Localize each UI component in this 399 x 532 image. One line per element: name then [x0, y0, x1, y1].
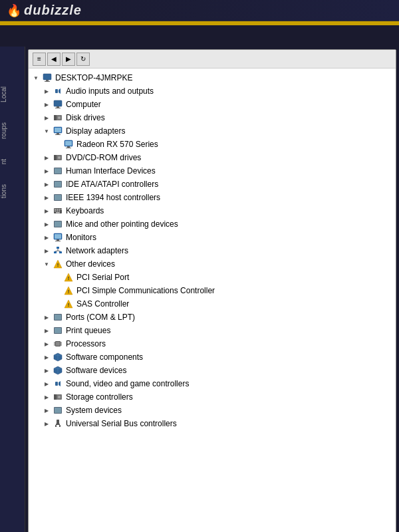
expand-btn-ide[interactable]: ▶ — [42, 180, 51, 189]
expand-btn-sysdev[interactable]: ▶ — [42, 406, 51, 415]
expand-btn-pci-simple — [53, 286, 62, 295]
expand-btn-storage[interactable]: ▶ — [42, 392, 51, 402]
svg-rect-37 — [55, 221, 61, 227]
device-label-storage: Storage controllers — [66, 390, 133, 404]
svg-rect-83 — [59, 425, 61, 427]
expand-btn-softcomp[interactable]: ▶ — [42, 352, 51, 362]
svg-rect-19 — [54, 155, 57, 160]
tree-item-dvd[interactable]: ▶DVD/CD-ROM drives — [29, 151, 396, 164]
toolbar-btn-1[interactable]: ≡ — [33, 53, 46, 66]
expand-btn-audio[interactable]: ▶ — [42, 86, 51, 96]
expand-btn-display[interactable]: ▼ — [42, 126, 51, 136]
tree-item-mice[interactable]: ▶Mice and other pointing devices — [29, 217, 396, 231]
tree-item-sas[interactable]: !SAS Controller — [29, 297, 396, 311]
tree-item-monitors[interactable]: ▶Monitors — [29, 231, 396, 244]
expand-btn-hid[interactable]: ▶ — [42, 166, 51, 176]
svg-rect-31 — [61, 209, 62, 210]
tree-item-keyboard[interactable]: ▶Keyboards — [29, 204, 396, 217]
svg-rect-43 — [54, 251, 57, 253]
svg-rect-28 — [55, 209, 56, 210]
left-label-1: Local — [0, 86, 25, 102]
tree-item-sysdev[interactable]: ▶System devices — [29, 404, 396, 417]
device-icon-mice — [53, 219, 63, 229]
svg-rect-15 — [65, 141, 72, 146]
expand-btn-desktop[interactable]: ▼ — [31, 73, 41, 82]
device-icon-disk — [53, 112, 63, 123]
top-bar: 🔥 dubizzle — [0, 0, 399, 21]
tree-item-desktop[interactable]: ▼DESKTOP-4JMRPKE — [29, 71, 396, 84]
expand-btn-softdev[interactable]: ▶ — [42, 366, 51, 375]
expand-btn-mice[interactable]: ▶ — [42, 219, 51, 229]
expand-btn-other[interactable]: ▼ — [42, 259, 51, 269]
device-icon-dvd — [53, 152, 63, 163]
device-icon-processors — [53, 338, 63, 349]
expand-btn-keyboard[interactable]: ▶ — [42, 206, 51, 215]
device-icon-ide — [53, 179, 63, 190]
toolbar-btn-2[interactable]: ◀ — [47, 53, 61, 66]
svg-text:!: ! — [68, 289, 70, 295]
device-icon-softdev — [53, 365, 63, 376]
device-icon-pci-serial: ! — [63, 272, 74, 283]
svg-rect-4 — [54, 100, 62, 106]
tree-item-softcomp[interactable]: ▶Software components — [29, 350, 396, 364]
toolbar-btn-3[interactable]: ▶ — [62, 53, 75, 66]
tree-item-pci-simple[interactable]: !PCI Simple Communications Controller — [29, 284, 396, 297]
tree-item-radeon[interactable]: Radeon RX 570 Series — [29, 138, 396, 151]
device-icon-sysdev — [53, 405, 63, 416]
tree-item-network[interactable]: ▶Network adapters — [29, 244, 396, 257]
device-label-ieee: IEEE 1394 host controllers — [66, 191, 160, 204]
device-icon-ports — [53, 312, 63, 323]
tree-item-pci-serial[interactable]: !PCI Serial Port — [29, 271, 396, 284]
tree-item-ide[interactable]: ▶IDE ATA/ATAPI controllers — [29, 178, 396, 191]
expand-btn-computer[interactable]: ▶ — [42, 100, 51, 109]
tree-item-storage[interactable]: ▶Storage controllers — [29, 390, 396, 404]
svg-rect-2 — [45, 81, 50, 82]
expand-btn-network[interactable]: ▶ — [42, 246, 51, 255]
expand-btn-dvd[interactable]: ▶ — [42, 153, 51, 162]
yellow-banner — [0, 21, 399, 25]
tree-item-softdev[interactable]: ▶Software devices — [29, 364, 396, 377]
expand-btn-usb[interactable]: ▶ — [42, 419, 51, 428]
tree-item-hid[interactable]: ▶Human Interface Devices — [29, 164, 396, 178]
expand-btn-pci-serial — [53, 273, 62, 282]
device-icon-monitors — [53, 232, 63, 243]
tree-item-audio[interactable]: ▶Audio inputs and outputs — [29, 84, 396, 98]
svg-rect-30 — [59, 209, 60, 210]
svg-rect-59 — [55, 328, 61, 333]
tree-item-processors[interactable]: ▶Processors — [29, 337, 396, 350]
toolbar-btn-refresh[interactable]: ↻ — [76, 53, 90, 66]
device-label-sysdev: System devices — [66, 404, 122, 417]
device-tree[interactable]: ▼DESKTOP-4JMRPKE▶Audio inputs and output… — [29, 68, 396, 532]
expand-btn-ieee[interactable]: ▶ — [42, 193, 51, 202]
tree-item-sound[interactable]: ▶Sound, video and game controllers — [29, 377, 396, 390]
svg-line-46 — [55, 251, 58, 251]
device-label-pci-simple: PCI Simple Communications Controller — [76, 284, 215, 297]
svg-point-9 — [58, 116, 61, 119]
svg-rect-82 — [55, 425, 57, 427]
device-icon-ieee — [53, 192, 63, 203]
expand-btn-disk[interactable]: ▶ — [42, 113, 51, 122]
expand-btn-print[interactable]: ▶ — [42, 326, 51, 335]
svg-rect-8 — [54, 115, 57, 120]
device-manager-toolbar: ≡ ◀ ▶ ↻ — [29, 50, 396, 68]
svg-rect-11 — [55, 128, 61, 132]
tree-item-disk[interactable]: ▶Disk drives — [29, 111, 396, 124]
svg-rect-35 — [56, 212, 60, 213]
device-label-sound: Sound, video and game controllers — [66, 377, 189, 390]
tree-item-print[interactable]: ▶Print queues — [29, 324, 396, 337]
device-icon-audio — [53, 86, 63, 96]
tree-item-ieee[interactable]: ▶IEEE 1394 host controllers — [29, 191, 396, 204]
tree-item-usb[interactable]: ▶Universal Serial Bus controllers — [29, 417, 396, 430]
device-icon-sound — [53, 378, 63, 389]
svg-rect-12 — [57, 133, 59, 134]
svg-point-77 — [58, 396, 61, 398]
left-label-2: roups — [0, 122, 25, 139]
tree-item-other[interactable]: ▼!Other devices — [29, 257, 396, 271]
expand-btn-sound[interactable]: ▶ — [42, 379, 51, 388]
expand-btn-monitors[interactable]: ▶ — [42, 233, 51, 242]
expand-btn-ports[interactable]: ▶ — [42, 313, 51, 322]
expand-btn-processors[interactable]: ▶ — [42, 339, 51, 348]
tree-item-display[interactable]: ▼Display adapters — [29, 124, 396, 138]
tree-item-computer[interactable]: ▶Computer — [29, 98, 396, 111]
tree-item-ports[interactable]: ▶Ports (COM & LPT) — [29, 311, 396, 324]
